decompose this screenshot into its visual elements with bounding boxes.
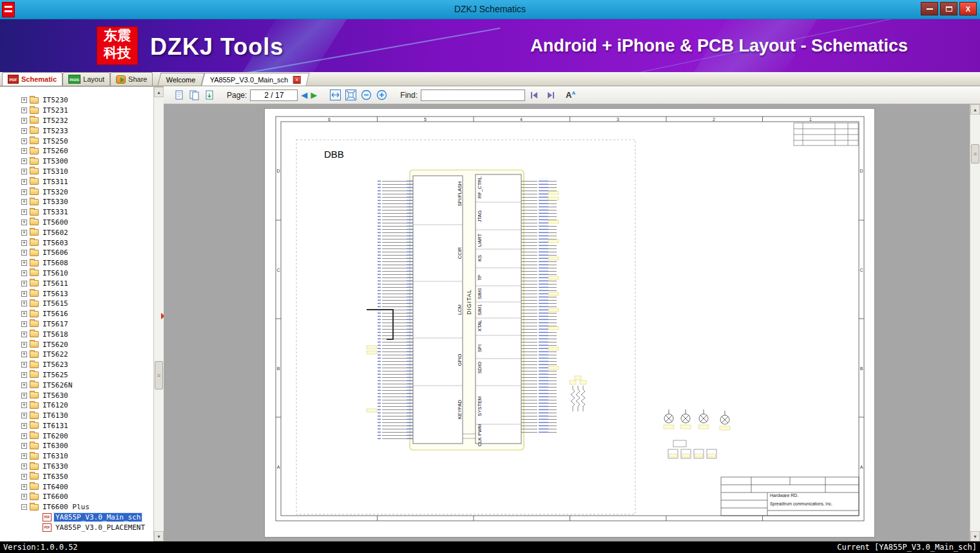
tab-schematic[interactable]: PDF Schematic xyxy=(2,72,62,86)
tree-folder-item[interactable]: +IT5606 xyxy=(21,248,153,258)
tree-folder-item[interactable]: +IT5625 xyxy=(21,370,153,380)
expand-icon[interactable]: + xyxy=(21,199,27,205)
tree-folder-item[interactable]: +IT6120 xyxy=(21,400,153,411)
tree-folder-item[interactable]: +IT6310 xyxy=(21,451,153,462)
expand-icon[interactable]: + xyxy=(21,138,27,144)
tree-folder-item[interactable]: +IT5602 xyxy=(21,227,153,238)
expand-icon[interactable]: + xyxy=(21,372,27,378)
tree-folder-item[interactable]: +IT5311 xyxy=(21,176,153,187)
expand-icon[interactable]: + xyxy=(21,220,27,225)
expand-icon[interactable]: + xyxy=(21,158,27,164)
tree-folder-item[interactable]: +IT5626N xyxy=(21,380,153,390)
find-previous-icon[interactable] xyxy=(528,89,541,101)
tree-folder-item[interactable]: +IT5610 xyxy=(21,268,153,279)
zoom-in-icon[interactable] xyxy=(376,89,388,101)
expand-icon[interactable]: + xyxy=(21,169,27,174)
tree-folder-item[interactable]: +IT6130 xyxy=(21,411,153,421)
expand-icon[interactable]: + xyxy=(21,464,27,469)
tree-folder-item[interactable]: +IT5622 xyxy=(21,350,153,360)
expand-icon[interactable]: + xyxy=(21,382,27,388)
copy-pages-icon[interactable] xyxy=(188,89,200,101)
expand-icon[interactable]: + xyxy=(21,260,27,266)
tree-folder-item[interactable]: +IT5231 xyxy=(21,106,153,116)
expand-icon[interactable]: + xyxy=(21,443,27,449)
tree-folder-item[interactable]: +IT5230 xyxy=(21,95,153,106)
tree-folder-item[interactable]: +IT5320 xyxy=(21,187,153,197)
scrollbar-thumb[interactable] xyxy=(155,361,163,389)
expand-icon[interactable]: + xyxy=(21,474,27,480)
expand-icon[interactable]: + xyxy=(21,321,27,327)
copy-page-icon[interactable] xyxy=(173,89,185,101)
collapse-icon[interactable]: − xyxy=(21,504,27,510)
expand-icon[interactable]: + xyxy=(21,413,27,418)
expand-icon[interactable]: + xyxy=(21,108,27,113)
find-next-icon[interactable] xyxy=(544,89,556,101)
document-canvas[interactable]: 6 5 4 3 2 1 D C B A D C B A DBB SPI/FLAS… xyxy=(164,104,980,541)
expand-icon[interactable]: + xyxy=(21,362,27,368)
tree-folder-item[interactable]: +IT6350 xyxy=(21,471,153,482)
expand-icon[interactable]: + xyxy=(21,281,27,286)
tree-folder-item[interactable]: +IT5600 xyxy=(21,218,153,228)
expand-icon[interactable]: + xyxy=(21,453,27,459)
expand-icon[interactable]: + xyxy=(21,179,27,185)
tree-folder-item[interactable]: +IT6600 xyxy=(21,492,153,502)
tab-share[interactable]: Share xyxy=(110,72,153,86)
scroll-up-icon[interactable] xyxy=(154,87,164,97)
tree-folder-item[interactable]: +IT5250 xyxy=(21,136,153,146)
tree-folder-item[interactable]: +IT5260 xyxy=(21,146,153,156)
tree-folder-item[interactable]: +IT5603 xyxy=(21,238,153,248)
expand-icon[interactable]: + xyxy=(21,332,27,337)
expand-icon[interactable]: + xyxy=(21,433,27,439)
snapshot-icon[interactable] xyxy=(204,89,216,101)
tree-folder-item[interactable]: +IT5620 xyxy=(21,339,153,350)
tree-folder-item[interactable]: +IT5330 xyxy=(21,197,153,207)
tree-folder-item[interactable]: +IT5615 xyxy=(21,299,153,309)
fit-width-icon[interactable] xyxy=(329,89,341,101)
tree-file-item[interactable]: PDFYA855P_V3.0_PLACEMENT xyxy=(43,522,153,532)
tree-file-item[interactable]: PDFYA855P_V3.0_Main_sch xyxy=(43,512,153,523)
expand-icon[interactable]: + xyxy=(21,494,27,500)
expand-icon[interactable]: + xyxy=(21,230,27,236)
expand-icon[interactable]: + xyxy=(21,311,27,317)
tree-folder-item[interactable]: −IT6600 Plus xyxy=(21,502,153,512)
tree-folder-item[interactable]: +IT6400 xyxy=(21,482,153,492)
scroll-down-icon[interactable] xyxy=(970,531,980,541)
tree-folder-item[interactable]: +IT5310 xyxy=(21,167,153,177)
tree-folder-item[interactable]: +IT5630 xyxy=(21,390,153,400)
expand-icon[interactable]: + xyxy=(21,484,27,490)
expand-icon[interactable]: + xyxy=(21,97,27,103)
tree-folder-item[interactable]: +IT5617 xyxy=(21,319,153,330)
tree-folder-item[interactable]: +IT6131 xyxy=(21,421,153,431)
expand-icon[interactable]: + xyxy=(21,118,27,124)
tree-folder-item[interactable]: +IT6330 xyxy=(21,462,153,472)
scroll-up-icon[interactable] xyxy=(970,104,980,115)
scrollbar-thumb[interactable] xyxy=(971,144,979,164)
expand-icon[interactable]: + xyxy=(21,128,27,134)
expand-icon[interactable]: + xyxy=(21,270,27,276)
tree-folder-item[interactable]: +IT5608 xyxy=(21,258,153,268)
previous-page-icon[interactable]: ◀ xyxy=(301,89,307,101)
tree-folder-item[interactable]: +IT5232 xyxy=(21,116,153,126)
expand-icon[interactable]: + xyxy=(21,148,27,154)
doc-tab-close-icon[interactable]: x xyxy=(293,76,300,84)
expand-icon[interactable]: + xyxy=(21,402,27,408)
expand-icon[interactable]: + xyxy=(21,189,27,195)
expand-icon[interactable]: + xyxy=(21,291,27,297)
close-button[interactable]: X xyxy=(959,2,977,15)
expand-icon[interactable]: + xyxy=(21,209,27,215)
tree-folder-item[interactable]: +IT5300 xyxy=(21,156,153,167)
tab-layout[interactable]: PADS Layout xyxy=(62,72,110,86)
expand-icon[interactable]: + xyxy=(21,301,27,306)
tree-folder-item[interactable]: +IT5331 xyxy=(21,207,153,218)
tree-folder-item[interactable]: +IT6200 xyxy=(21,431,153,441)
doc-tab-welcome[interactable]: Welcome xyxy=(158,73,205,86)
expand-icon[interactable]: + xyxy=(21,393,27,398)
tree-folder-item[interactable]: +IT5611 xyxy=(21,278,153,288)
tree-folder-item[interactable]: +IT5233 xyxy=(21,126,153,136)
scroll-down-icon[interactable] xyxy=(154,531,164,541)
zoom-out-icon[interactable] xyxy=(360,89,372,101)
expand-icon[interactable]: + xyxy=(21,240,27,246)
expand-icon[interactable]: + xyxy=(21,351,27,357)
tree-folder-item[interactable]: +IT5613 xyxy=(21,288,153,299)
tree-folder-item[interactable]: +IT6300 xyxy=(21,441,153,451)
